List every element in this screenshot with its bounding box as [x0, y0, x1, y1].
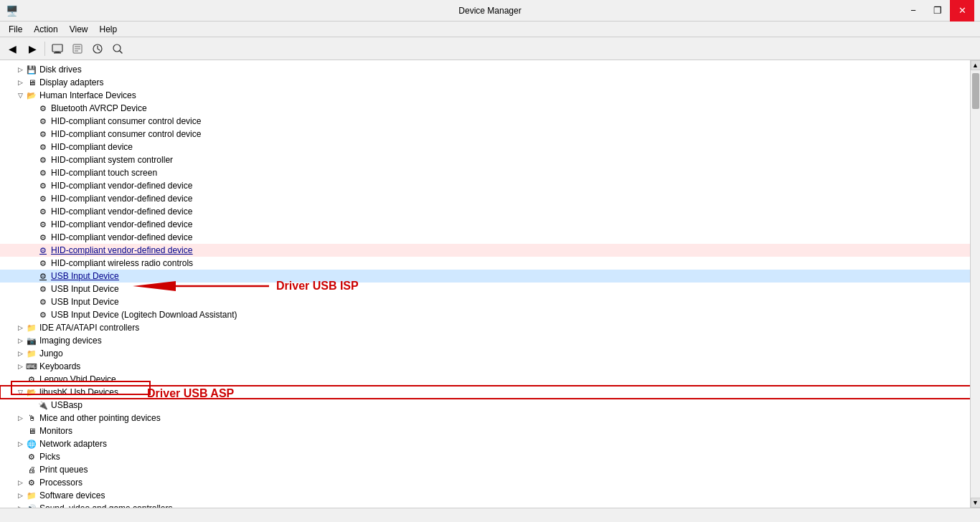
lenovo-icon: ⚙ — [26, 374, 37, 385]
expand-bluetooth — [26, 103, 37, 114]
tree-item-usb-input-logitech[interactable]: ⚙ USB Input Device (Logitech Download As… — [0, 308, 979, 321]
tree-view[interactable]: ▷ 💾 Disk drives ▷ 🖥 Display adapters ▽ 📂… — [0, 60, 980, 508]
tree-item-usb-input-2[interactable]: ⚙ USB Input Device — [0, 283, 979, 295]
hid-consumer-1-icon: ⚙ — [37, 115, 49, 127]
usb-input-logitech-label: USB Input Device (Logitech Download Assi… — [51, 310, 237, 320]
toolbar-computer[interactable] — [48, 39, 67, 58]
tree-item-hid-consumer-2[interactable]: ⚙ HID-compliant consumer control device — [0, 128, 979, 141]
tree-item-hid-vendor-3[interactable]: ⚙ HID-compliant vendor-defined device — [0, 205, 979, 218]
tree-item-usb-input-3[interactable]: ⚙ USB Input Device — [0, 295, 979, 308]
menu-view[interactable]: View — [64, 23, 94, 36]
processors-label: Processors — [39, 478, 83, 488]
expand-keyboards[interactable]: ▷ — [14, 361, 26, 372]
close-button[interactable]: ✕ — [950, 0, 974, 22]
usb-input-3-icon: ⚙ — [37, 296, 49, 308]
hid-system-icon: ⚙ — [37, 154, 49, 166]
expand-mice[interactable]: ▷ — [14, 412, 26, 424]
scrollbar-up[interactable]: ▲ — [971, 60, 981, 70]
expand-processors[interactable]: ▷ — [14, 477, 26, 488]
tree-item-ide-ata[interactable]: ▷ 📁 IDE ATA/ATAPI controllers — [0, 321, 979, 334]
tree-item-monitors[interactable]: 🖥 Monitors — [0, 424, 979, 437]
network-icon: 🌐 — [26, 438, 37, 450]
monitors-label: Monitors — [39, 426, 72, 436]
hid-vendor-3-label: HID-compliant vendor-defined device — [51, 207, 192, 217]
restore-button[interactable]: ❐ — [925, 0, 950, 22]
tree-item-hid-vendor-1[interactable]: ⚙ HID-compliant vendor-defined device — [0, 179, 979, 192]
hid-vendor-1-icon: ⚙ — [37, 180, 49, 191]
toolbar-scan[interactable] — [108, 39, 127, 58]
hid-label: Human Interface Devices — [39, 90, 136, 100]
bluetooth-icon: ⚙ — [37, 103, 49, 114]
tree-item-usb-input-1[interactable]: ⚙ USB Input Device — [0, 270, 979, 283]
libusbk-label: libusbK Usb Devices — [39, 387, 118, 397]
tree-item-hid-vendor-highlighted[interactable]: ⚙ HID-compliant vendor-defined device — [0, 244, 979, 257]
expand-sound[interactable]: ▷ — [14, 503, 26, 508]
expand-disk-drives[interactable]: ▷ — [14, 64, 26, 75]
tree-item-usbasp[interactable]: 🔌 USBasp — [0, 399, 979, 412]
scrollbar-down[interactable]: ▼ — [971, 498, 981, 508]
picks-icon: ⚙ — [26, 451, 37, 462]
usb-input-3-label: USB Input Device — [51, 297, 119, 307]
toolbar-forward[interactable]: ▶ — [23, 39, 42, 58]
tree-item-keyboards[interactable]: ▷ ⌨ Keyboards — [0, 360, 979, 373]
tree-item-hid-vendor-5[interactable]: ⚙ HID-compliant vendor-defined device — [0, 231, 979, 244]
expand-jungo[interactable]: ▷ — [14, 348, 26, 359]
tree-item-hid-vendor-4[interactable]: ⚙ HID-compliant vendor-defined device — [0, 218, 979, 231]
tree-item-hid-touch[interactable]: ⚙ HID-compliant touch screen — [0, 166, 979, 179]
usbasp-icon: 🔌 — [37, 399, 49, 411]
tree-item-hid-wireless[interactable]: ⚙ HID-compliant wireless radio controls — [0, 257, 979, 270]
usb-input-2-icon: ⚙ — [37, 283, 49, 295]
jungo-label: Jungo — [39, 348, 63, 359]
tree-item-hid-device[interactable]: ⚙ HID-compliant device — [0, 141, 979, 153]
toolbar: ◀ ▶ — [0, 37, 980, 60]
hid-consumer-2-icon: ⚙ — [37, 128, 49, 140]
tree-item-hid-consumer-1[interactable]: ⚙ HID-compliant consumer control device — [0, 115, 979, 128]
expand-display-adapters[interactable]: ▷ — [14, 77, 26, 88]
tree-item-bluetooth-avrcp[interactable]: ⚙ Bluetooth AVRCP Device — [0, 102, 979, 115]
expand-hid[interactable]: ▽ — [14, 90, 26, 101]
minimize-button[interactable]: − — [901, 0, 925, 22]
menu-bar: File Action View Help — [0, 22, 980, 37]
tree-item-mice[interactable]: ▷ 🖱 Mice and other pointing devices — [0, 412, 979, 424]
monitors-icon: 🖥 — [26, 425, 37, 437]
expand-network[interactable]: ▷ — [14, 438, 26, 450]
usb-input-1-label: USB Input Device — [51, 271, 119, 281]
hid-vendor-highlighted-label: HID-compliant vendor-defined device — [51, 245, 192, 255]
tree-item-lenovo-vhid[interactable]: ⚙ Lenovo Vhid Device — [0, 373, 979, 386]
tree-item-picks[interactable]: ⚙ Picks — [0, 450, 979, 463]
tree-item-hid-vendor-2[interactable]: ⚙ HID-compliant vendor-defined device — [0, 192, 979, 205]
scrollbar[interactable]: ▲ ▼ — [970, 60, 980, 508]
menu-help[interactable]: Help — [94, 23, 123, 36]
picks-label: Picks — [39, 452, 60, 462]
expand-imaging[interactable]: ▷ — [14, 335, 26, 346]
tree-item-hid-system[interactable]: ⚙ HID-compliant system controller — [0, 153, 979, 166]
tree-item-display-adapters[interactable]: ▷ 🖥 Display adapters — [0, 76, 979, 89]
expand-ide[interactable]: ▷ — [14, 322, 26, 333]
hid-vendor-2-icon: ⚙ — [37, 193, 49, 204]
tree-item-print-queues[interactable]: 🖨 Print queues — [0, 463, 979, 476]
hid-wireless-icon: ⚙ — [37, 257, 49, 269]
tree-item-imaging[interactable]: ▷ 📷 Imaging devices — [0, 334, 979, 347]
tree-item-software[interactable]: ▷ 📁 Software devices — [0, 489, 979, 502]
display-adapters-label: Display adapters — [39, 77, 103, 87]
expand-software[interactable]: ▷ — [14, 490, 26, 501]
toolbar-properties[interactable] — [68, 39, 87, 58]
libusbk-icon: 📂 — [26, 386, 37, 398]
sound-label: Sound, video and game controllers — [39, 503, 172, 508]
tree-item-hid[interactable]: ▽ 📂 Human Interface Devices — [0, 89, 979, 102]
tree-item-jungo[interactable]: ▷ 📁 Jungo — [0, 347, 979, 360]
jungo-icon: 📁 — [26, 348, 37, 359]
menu-action[interactable]: Action — [28, 23, 63, 36]
tree-item-libusbk[interactable]: ▽ 📂 libusbK Usb Devices — [0, 386, 979, 399]
tree-item-disk-drives[interactable]: ▷ 💾 Disk drives — [0, 63, 979, 76]
expand-libusbk[interactable]: ▽ — [14, 386, 26, 398]
tree-item-processors[interactable]: ▷ ⚙ Processors — [0, 476, 979, 489]
scrollbar-thumb[interactable] — [972, 73, 979, 109]
menu-file[interactable]: File — [3, 23, 28, 36]
tree-item-sound[interactable]: ▷ 🔊 Sound, video and game controllers — [0, 502, 979, 508]
toolbar-update[interactable] — [88, 39, 107, 58]
tree-item-network[interactable]: ▷ 🌐 Network adapters — [0, 437, 979, 450]
hid-wireless-label: HID-compliant wireless radio controls — [51, 258, 193, 268]
toolbar-back[interactable]: ◀ — [3, 39, 22, 58]
hid-vendor-1-label: HID-compliant vendor-defined device — [51, 181, 192, 191]
